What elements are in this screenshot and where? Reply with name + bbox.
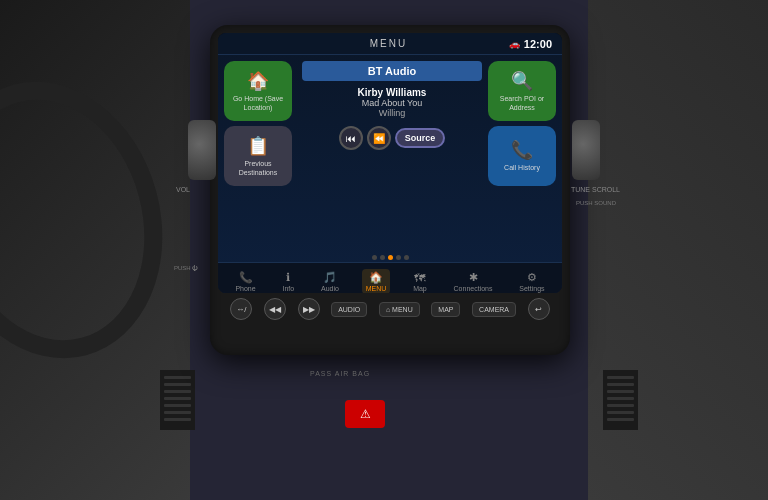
screen-bezel: MENU 🚗 12:00 ‹ 🏠 Go Home (Save Locatio bbox=[218, 33, 562, 293]
menu-nav-icon: 🏠 bbox=[369, 271, 383, 284]
rewind-button[interactable]: ⏪ bbox=[367, 126, 391, 150]
previous-destinations-label: Previous Destinations bbox=[228, 160, 288, 177]
call-history-button[interactable]: 📞 Call History bbox=[488, 126, 556, 186]
status-icons: 🚗 12:00 bbox=[509, 38, 552, 50]
audio-nav-label: Audio bbox=[321, 285, 339, 292]
track-info: Kirby Williams Mad About You Willing bbox=[302, 85, 482, 120]
right-icon-column: 🔍 Search POI or Address 📞 Call History bbox=[488, 61, 556, 249]
next-hw-icon: ▶▶ bbox=[303, 305, 315, 314]
slat bbox=[164, 383, 191, 386]
map-nav-icon: 🗺 bbox=[414, 272, 425, 284]
hazard-icon: ⚠ bbox=[360, 407, 371, 421]
camera-hw-button[interactable]: CAMERA bbox=[472, 302, 516, 317]
slat bbox=[164, 418, 191, 421]
dot-1 bbox=[372, 255, 377, 260]
previous-destinations-button[interactable]: 📋 Previous Destinations bbox=[224, 126, 292, 186]
slat bbox=[164, 411, 191, 414]
settings-nav-label: Settings bbox=[519, 285, 544, 292]
slat bbox=[164, 397, 191, 400]
audio-hw-button[interactable]: AUDIO bbox=[331, 302, 367, 317]
main-content: ‹ 🏠 Go Home (Save Location) 📋 Previous D… bbox=[218, 55, 562, 255]
slat bbox=[607, 411, 634, 414]
slat bbox=[607, 383, 634, 386]
call-history-icon: 📞 bbox=[511, 139, 533, 161]
time-display: 12:00 bbox=[524, 38, 552, 50]
bt-hw-button[interactable]: ↔/ bbox=[230, 298, 252, 320]
artist-name: Kirby Williams bbox=[302, 87, 482, 98]
slat bbox=[164, 404, 191, 407]
search-poi-label: Search POI or Address bbox=[492, 95, 552, 112]
phone-nav-icon: 📞 bbox=[239, 271, 253, 284]
call-history-label: Call History bbox=[504, 164, 540, 172]
song-name: Mad About You bbox=[302, 98, 482, 108]
prev-track-icon: ⏮ bbox=[346, 133, 356, 144]
bt-icon: ↔/ bbox=[236, 305, 246, 314]
vol-knob[interactable] bbox=[188, 120, 216, 180]
prev-hw-icon: ◀◀ bbox=[269, 305, 281, 314]
phone-nav-label: Phone bbox=[235, 285, 255, 292]
left-vent-slats bbox=[160, 370, 195, 430]
left-icon-column: 🏠 Go Home (Save Location) 📋 Previous Des… bbox=[224, 61, 296, 249]
nav-settings[interactable]: ⚙ Settings bbox=[515, 269, 548, 293]
slat bbox=[164, 376, 191, 379]
audio-nav-icon: 🎵 bbox=[323, 271, 337, 284]
tune-scroll-knob[interactable] bbox=[572, 120, 600, 180]
dot-3-active bbox=[388, 255, 393, 260]
slat bbox=[607, 418, 634, 421]
back-hw-button[interactable]: ↩ bbox=[528, 298, 550, 320]
slat bbox=[607, 376, 634, 379]
go-home-label: Go Home (Save Location) bbox=[228, 95, 288, 112]
screen-title: MENU bbox=[268, 38, 509, 49]
rewind-icon: ⏪ bbox=[373, 133, 385, 144]
home-icon: 🏠 bbox=[247, 70, 269, 92]
slat bbox=[607, 397, 634, 400]
back-icon: ↩ bbox=[535, 305, 542, 314]
nav-menu[interactable]: 🏠 MENU bbox=[362, 269, 391, 293]
push-btn-label: PUSH ⏻ bbox=[174, 265, 198, 271]
prev-track-button[interactable]: ⏮ bbox=[339, 126, 363, 150]
right-vent-slats bbox=[603, 370, 638, 430]
search-icon: 🔍 bbox=[511, 70, 533, 92]
source-button[interactable]: Source bbox=[395, 128, 446, 148]
screen: MENU 🚗 12:00 ‹ 🏠 Go Home (Save Locatio bbox=[218, 33, 562, 293]
nav-phone[interactable]: 📞 Phone bbox=[231, 269, 259, 293]
car-status-icon: 🚗 bbox=[509, 39, 520, 49]
hardware-buttons-row: ↔/ ◀◀ ▶▶ AUDIO ⌂ MENU MAP CAMERA ↩ bbox=[218, 293, 562, 325]
map-nav-label: Map bbox=[413, 285, 427, 292]
go-home-button[interactable]: 🏠 Go Home (Save Location) bbox=[224, 61, 292, 121]
media-controls: ⏮ ⏪ Source bbox=[302, 126, 482, 150]
infotainment-unit: MENU 🚗 12:00 ‹ 🏠 Go Home (Save Locatio bbox=[210, 25, 570, 355]
nav-info[interactable]: ℹ Info bbox=[278, 269, 298, 293]
tune-scroll-label: TUNE SCROLL bbox=[571, 186, 620, 193]
connections-nav-icon: ✱ bbox=[469, 271, 478, 284]
push-sound-label: PUSH SOUND bbox=[576, 200, 616, 206]
slat bbox=[607, 390, 634, 393]
slat bbox=[164, 390, 191, 393]
status-bar: MENU 🚗 12:00 bbox=[218, 33, 562, 55]
search-poi-button[interactable]: 🔍 Search POI or Address bbox=[488, 61, 556, 121]
connections-nav-label: Connections bbox=[454, 285, 493, 292]
info-nav-icon: ℹ bbox=[286, 271, 290, 284]
menu-hw-button[interactable]: ⌂ MENU bbox=[379, 302, 420, 317]
dot-5 bbox=[404, 255, 409, 260]
hazard-button[interactable]: ⚠ bbox=[345, 400, 385, 428]
map-hw-button[interactable]: MAP bbox=[431, 302, 460, 317]
bt-audio-header: BT Audio bbox=[302, 61, 482, 81]
settings-nav-icon: ⚙ bbox=[527, 271, 537, 284]
page-dots-indicator bbox=[218, 255, 562, 260]
dot-4 bbox=[396, 255, 401, 260]
left-air-vent bbox=[160, 370, 195, 430]
nav-audio[interactable]: 🎵 Audio bbox=[317, 269, 343, 293]
car-interior: VOL PUSH ⏻ TUNE SCROLL PUSH SOUND MENU 🚗… bbox=[0, 0, 768, 500]
prev-hw-button[interactable]: ◀◀ bbox=[264, 298, 286, 320]
pass-air-bag-label: PASS AIR BAG bbox=[310, 370, 370, 377]
nav-map[interactable]: 🗺 Map bbox=[409, 270, 431, 294]
destinations-icon: 📋 bbox=[247, 135, 269, 157]
menu-nav-label: MENU bbox=[366, 285, 387, 292]
info-nav-label: Info bbox=[282, 285, 294, 292]
next-hw-button[interactable]: ▶▶ bbox=[298, 298, 320, 320]
right-air-vent bbox=[603, 370, 638, 430]
slat bbox=[607, 404, 634, 407]
nav-connections[interactable]: ✱ Connections bbox=[450, 269, 497, 293]
dot-2 bbox=[380, 255, 385, 260]
